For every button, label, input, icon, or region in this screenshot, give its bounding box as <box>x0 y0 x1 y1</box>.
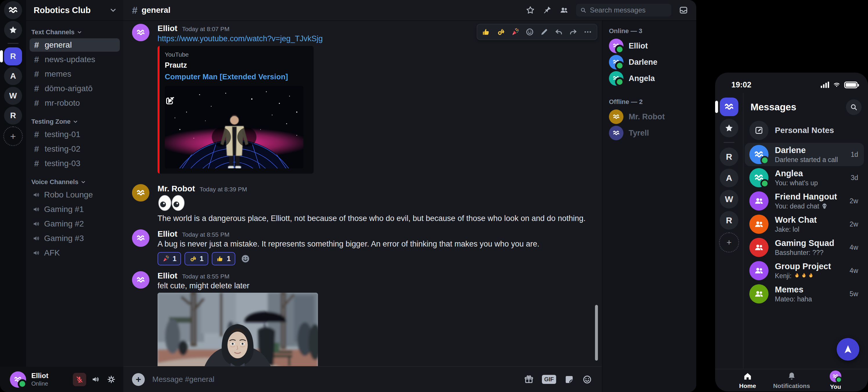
chat-row-friend-hangout[interactable]: Friend Hangout You: dead chat 2w <box>745 189 864 213</box>
personal-notes-row[interactable]: Personal Notes <box>745 118 864 143</box>
mute-microphone-button[interactable] <box>73 373 86 386</box>
voice-robo-lounge[interactable]: Robo Lounge <box>30 188 120 201</box>
avatar[interactable] <box>10 371 26 388</box>
online-status-dot <box>761 179 769 188</box>
forward-button[interactable] <box>567 26 579 38</box>
plus-icon: + <box>726 237 732 247</box>
gift-icon[interactable] <box>524 374 534 385</box>
embed-video-title[interactable]: Computer Man [Extended Version] <box>165 72 304 81</box>
reaction-thumbs-up[interactable]: 1 <box>212 252 235 265</box>
chat-row-gaming-squad[interactable]: Gaming Squad Basshunter: ??? 4w <box>745 236 864 259</box>
new-message-fab[interactable] <box>837 338 859 361</box>
reply-button[interactable] <box>553 26 565 38</box>
favorites-button[interactable] <box>4 21 22 39</box>
section-voice-channels[interactable]: Voice Channels <box>30 175 120 188</box>
chat-row-anglea[interactable]: Anglea You: what's up 3d <box>745 166 864 189</box>
open-external-button[interactable] <box>237 128 256 147</box>
member-elliot[interactable]: Elliot <box>609 38 690 54</box>
server-w[interactable]: W <box>4 87 22 105</box>
avatar[interactable] <box>132 184 149 201</box>
play-button[interactable] <box>212 128 231 147</box>
embed-author[interactable]: Prautz <box>165 61 304 69</box>
voice-afk[interactable]: AFK <box>30 246 120 260</box>
react-ok-hand-button[interactable] <box>495 26 507 38</box>
server-header[interactable]: Robotics Club <box>26 0 123 20</box>
phone-server-r[interactable]: R <box>720 147 738 166</box>
channel-testing-01[interactable]: #testing-01 <box>30 128 120 141</box>
nav-notifications[interactable]: Notifications <box>774 371 809 389</box>
react-party-button[interactable] <box>509 26 521 38</box>
inbox-icon[interactable] <box>679 5 688 15</box>
channel-testing-03[interactable]: #testing-03 <box>30 157 120 170</box>
member-mr-robot[interactable]: Mr. Robot <box>609 109 690 125</box>
server-robotics-club[interactable]: R <box>4 47 22 65</box>
chat-row-memes[interactable]: Memes Mateo: haha 5w <box>745 282 864 305</box>
phone-home-logo-button[interactable] <box>720 97 738 116</box>
pin-icon[interactable] <box>542 5 552 15</box>
youtube-link[interactable]: https://www.youtube.com/watch?v=jeg_TJvk… <box>158 34 323 44</box>
message-author[interactable]: Elliot <box>158 271 177 280</box>
star-icon[interactable] <box>526 5 535 15</box>
chat-scrollbar[interactable] <box>595 305 598 361</box>
phone-server-w[interactable]: W <box>720 190 738 208</box>
phone-add-server-button[interactable]: + <box>719 232 739 253</box>
channel-testing-02[interactable]: #testing-02 <box>30 142 120 156</box>
message-author[interactable]: Mr. Robot <box>158 184 195 193</box>
phone-server-a[interactable]: A <box>720 169 738 187</box>
nav-you[interactable]: You <box>818 370 853 390</box>
video-thumbnail[interactable] <box>165 86 304 168</box>
members-icon[interactable] <box>559 5 568 15</box>
channel-news-updates[interactable]: #news-updates <box>30 53 120 66</box>
battery-icon <box>844 82 858 88</box>
avatar[interactable] <box>132 24 149 41</box>
nav-home[interactable]: Home <box>730 371 765 389</box>
react-thumbs-up-button[interactable] <box>480 26 492 38</box>
member-darlene[interactable]: Darlene <box>609 54 690 70</box>
phone-favorites-button[interactable] <box>720 119 738 137</box>
sticker-icon[interactable] <box>564 374 574 385</box>
channel-mr-roboto[interactable]: #mr-roboto <box>30 96 120 110</box>
search-button[interactable] <box>846 99 862 115</box>
section-text-channels[interactable]: Text Channels <box>30 26 120 38</box>
message-timestamp: Today at 8:55 PM <box>182 273 229 280</box>
search-input[interactable] <box>589 6 667 15</box>
member-tyrell[interactable]: Tyrell <box>609 125 690 141</box>
gif-picker-button[interactable]: GIF <box>542 375 556 384</box>
message-author[interactable]: Elliot <box>158 229 177 239</box>
reaction-party-popper[interactable]: 1 <box>158 252 181 265</box>
add-reaction-icon[interactable] <box>241 254 250 264</box>
voice-gaming-1[interactable]: Gaming #1 <box>30 203 120 216</box>
server-initial: W <box>725 194 733 204</box>
voice-gaming-2[interactable]: Gaming #2 <box>30 217 120 230</box>
member-angela[interactable]: Angela <box>609 70 690 87</box>
avatar[interactable] <box>132 271 149 289</box>
emoji-picker-icon[interactable] <box>582 374 592 385</box>
attach-button[interactable]: + <box>132 373 145 386</box>
channel-memes[interactable]: #memes <box>30 67 120 81</box>
attached-photo[interactable] <box>158 293 318 366</box>
add-server-button[interactable]: + <box>3 126 23 146</box>
settings-button[interactable] <box>105 373 118 386</box>
deafen-button[interactable] <box>89 373 102 386</box>
reaction-ok-hand[interactable]: 1 <box>185 252 208 265</box>
voice-gaming-3[interactable]: Gaming #3 <box>30 232 120 245</box>
section-testing-zone[interactable]: Testing Zone <box>30 115 120 128</box>
chat-row-work-chat[interactable]: Work Chat Jake: lol 2w <box>745 213 864 236</box>
message-input[interactable] <box>152 374 524 384</box>
search-bar[interactable] <box>576 4 671 17</box>
chat-row-darlene[interactable]: Darlene Darlene started a call 1d <box>745 143 864 166</box>
server-a[interactable]: A <box>4 67 22 85</box>
message-author[interactable]: Elliot <box>158 24 177 33</box>
add-reaction-button[interactable] <box>524 26 536 38</box>
more-actions-button[interactable] <box>582 26 594 38</box>
avatar[interactable] <box>132 229 149 247</box>
chat-row-group-project[interactable]: Group Project Kenji: 4w <box>745 259 864 282</box>
main-area: # general <box>123 0 696 392</box>
edit-message-button[interactable] <box>538 26 550 38</box>
server-r2[interactable]: R <box>4 107 22 124</box>
app-logo-button[interactable] <box>4 1 22 19</box>
channel-domo-arigato[interactable]: #dōmo-arigatō <box>30 82 120 95</box>
phone-server-r2[interactable]: R <box>720 211 738 230</box>
channel-general[interactable]: #general <box>30 38 120 52</box>
online-status-dot <box>836 376 842 383</box>
